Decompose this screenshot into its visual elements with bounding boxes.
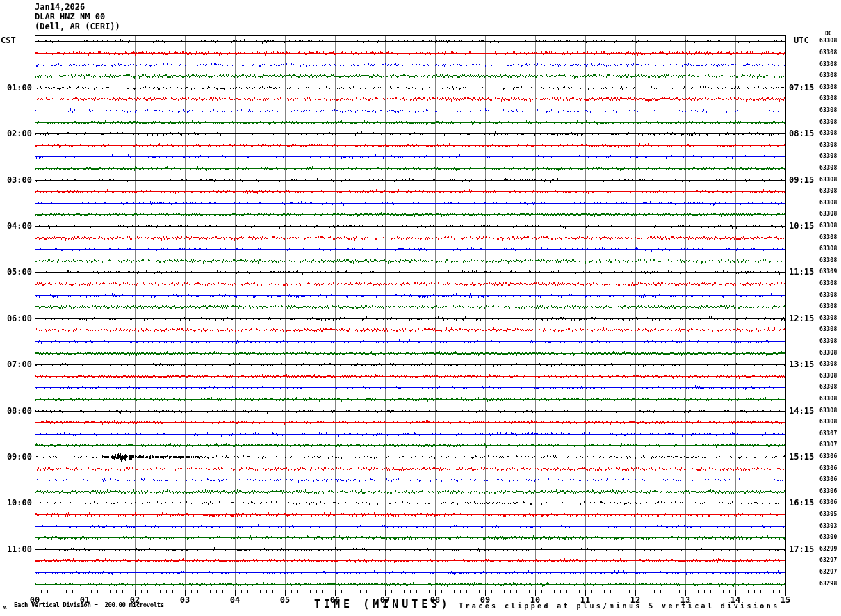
dc-value-label: 63308	[819, 257, 840, 264]
dc-value-label: 63308	[819, 292, 840, 299]
dc-value-label: 63308	[819, 280, 840, 287]
dc-value-label: 63308	[819, 188, 840, 195]
dc-value-label: 63308	[819, 153, 840, 160]
cst-time-label: 01:00	[0, 82, 32, 93]
cst-time-label: 04:00	[0, 220, 32, 232]
dc-value-label: 63308	[819, 142, 840, 149]
utc-time-label: 08:15	[789, 128, 821, 139]
dc-value-label: 63308	[819, 361, 840, 368]
utc-time-label: 10:15	[789, 220, 821, 232]
cst-time-label: 09:00	[0, 451, 32, 462]
utc-time-label: 16:15	[789, 497, 821, 508]
cst-time-label: 10:00	[0, 497, 32, 508]
x-tick-label: 05	[276, 595, 294, 605]
dc-value-label: 63308	[819, 38, 840, 44]
dc-value-label: 63308	[819, 234, 840, 241]
dc-value-label: 63307	[819, 441, 840, 448]
dc-value-label: 63309	[819, 268, 840, 275]
dc-value-label: 63308	[819, 211, 840, 218]
dc-value-label: 63308	[819, 222, 840, 229]
utc-time-label: 12:15	[789, 313, 821, 324]
dc-value-label: 63308	[819, 373, 840, 380]
dc-value-label: 63308	[819, 200, 840, 206]
utc-time-label: 17:15	[789, 544, 821, 555]
utc-time-label: 09:15	[789, 175, 821, 186]
x-tick-label: 03	[176, 595, 194, 605]
clipping-note: Traces clipped at plus/minus 5 vertical …	[459, 602, 780, 610]
dc-value-label: 63306	[819, 453, 840, 460]
dc-value-label: 63308	[819, 84, 840, 91]
dc-value-label: 63308	[819, 303, 840, 310]
cst-time-label: 07:00	[0, 359, 32, 370]
dc-value-label: 63308	[819, 326, 840, 333]
cst-time-label: 05:00	[0, 266, 32, 277]
dc-value-label: 63306	[819, 465, 840, 472]
dc-value-label: 63308	[819, 350, 840, 357]
logo-glyph: ʍ	[3, 603, 6, 610]
dc-value-label: 63306	[819, 476, 840, 483]
utc-time-label: 15:15	[789, 451, 821, 462]
header-station-id: DLAR HNZ NM 00	[35, 12, 105, 22]
dc-value-label: 63308	[819, 384, 840, 391]
cst-time-label: 02:00	[0, 128, 32, 139]
dc-value-label: 63308	[819, 165, 840, 172]
dc-value-label: 63308	[819, 130, 840, 137]
dc-value-label: 63297	[819, 557, 840, 564]
dc-value-label: 63298	[819, 581, 840, 587]
right-timezone-label: UTC	[794, 35, 809, 45]
cst-time-label: 11:00	[0, 544, 32, 555]
header-date: Jan14,2026	[35, 2, 85, 12]
dc-value-label: 63308	[819, 315, 840, 322]
dc-value-label: 63305	[819, 511, 840, 518]
utc-time-label: 07:15	[789, 82, 821, 93]
cst-time-label: 03:00	[0, 175, 32, 186]
dc-value-label: 63308	[819, 396, 840, 403]
dc-value-label: 63308	[819, 338, 840, 345]
dc-value-label: 63307	[819, 430, 840, 437]
dc-value-label: 63308	[819, 107, 840, 114]
utc-time-label: 13:15	[789, 359, 821, 370]
dc-value-label: 63306	[819, 488, 840, 495]
dc-value-label: 63308	[819, 61, 840, 68]
utc-time-label: 14:15	[789, 405, 821, 416]
x-axis-title: TIME (MINUTES)	[314, 598, 450, 610]
dc-value-label: 63308	[819, 245, 840, 252]
header-location: (Dell, AR (CERI))	[35, 22, 120, 31]
x-tick-label: 04	[226, 595, 244, 605]
dc-value-label: 63308	[819, 72, 840, 79]
dc-value-label: 63308	[819, 49, 840, 56]
dc-column-header: DC	[825, 31, 832, 37]
dc-value-label: 63300	[819, 534, 840, 541]
dc-value-label: 63303	[819, 523, 840, 530]
dc-value-label: 63299	[819, 546, 840, 553]
utc-time-label: 11:15	[789, 266, 821, 277]
dc-value-label: 63308	[819, 119, 840, 126]
left-timezone-label: CST	[1, 35, 16, 45]
dc-value-label: 63308	[819, 95, 840, 102]
cst-time-label: 06:00	[0, 313, 32, 324]
dc-value-label: 63308	[819, 419, 840, 425]
cst-time-label: 08:00	[0, 405, 32, 416]
dc-value-label: 63306	[819, 499, 840, 506]
vertical-scale-note: Each Vertical Division = 200.00 microvol…	[14, 601, 164, 608]
seismogram-canvas	[0, 0, 841, 616]
dc-value-label: 63308	[819, 177, 840, 184]
helicorder-page: Jan14,2026 DLAR HNZ NM 00 (Dell, AR (CER…	[0, 0, 841, 616]
dc-value-label: 63308	[819, 407, 840, 414]
dc-value-label: 63297	[819, 569, 840, 576]
